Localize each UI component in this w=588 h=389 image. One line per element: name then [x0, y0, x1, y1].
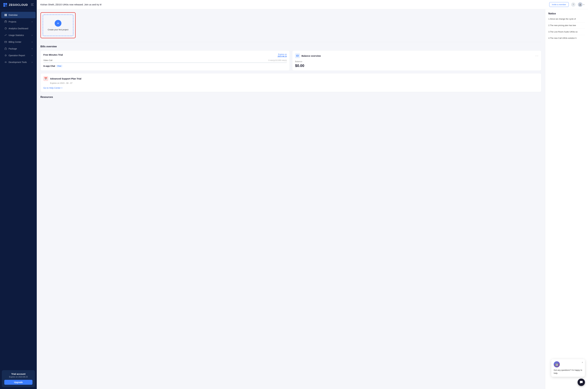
divider: [40, 42, 541, 42]
in-app-row: In-app Chat Free: [43, 65, 287, 67]
video-call-usage: 0 min(s)/10,000 min(s): [268, 59, 287, 62]
operation-icon: [4, 54, 7, 57]
user-chevron-icon: ▾: [583, 3, 584, 6]
trial-title: Trial account: [4, 373, 32, 375]
sidebar-item-projects-label: Projects: [9, 21, 30, 23]
help-icon[interactable]: ?: [571, 2, 575, 7]
svg-rect-7: [5, 14, 5, 15]
notice-item-2: 3.The Live Room Audio UIKits so: [548, 30, 585, 35]
sidebar-nav: Overview Projects ▾ Analytics Dashboard: [0, 10, 37, 368]
chat-avatar: 🤖: [554, 361, 560, 367]
trial-expires: Expires on 2023-08-23: [4, 376, 32, 378]
sidebar-item-billing-label: Billing Center: [9, 41, 30, 43]
svg-rect-14: [5, 41, 7, 43]
invite-member-button[interactable]: Invite a member: [549, 2, 569, 7]
content: + Create your first project Bills overvi…: [37, 9, 588, 389]
create-project-inner[interactable]: + Create your first project: [43, 15, 73, 36]
sidebar-item-projects[interactable]: Projects ▾: [1, 19, 35, 25]
video-call-label: Video Call: [43, 59, 52, 62]
notice-item-3: 4.The new Call UIKits solution h: [548, 37, 585, 41]
svg-point-18: [580, 4, 581, 5]
usage-chevron-icon: ▾: [32, 34, 32, 36]
svg-rect-4: [31, 3, 34, 4]
balance-header: Balance overview ···: [295, 53, 539, 58]
svg-rect-0: [3, 3, 5, 5]
sidebar-item-operation-label: Operation Report: [9, 54, 30, 57]
app-name: ZEGOCLOUD: [9, 3, 28, 7]
balance-card: Balance overview ··· Balance $0.00: [292, 50, 541, 71]
projects-icon: [4, 20, 7, 23]
svg-rect-3: [5, 5, 7, 7]
chat-bubble-button[interactable]: [578, 379, 585, 386]
devtools-chevron-icon: ▾: [32, 62, 32, 63]
main-area: Kishan Sheth, ZEGO UIKits now released. …: [37, 0, 588, 389]
hamburger-icon[interactable]: [31, 3, 34, 6]
usage-bar: [43, 62, 287, 63]
user-menu[interactable]: ▾: [578, 2, 584, 7]
avatar: [578, 2, 583, 7]
upgrade-button[interactable]: Upgrade: [4, 380, 32, 385]
sidebar-item-usage-label: Usage Statistics: [9, 34, 30, 36]
bills-title: Bills overview: [40, 45, 541, 48]
help-center-link[interactable]: Go to Help Center >: [43, 87, 539, 89]
chat-close-button[interactable]: ×: [582, 361, 583, 364]
balance-value: $0.00: [295, 64, 539, 68]
billing-chevron-icon: ▾: [32, 41, 32, 43]
analytics-icon: [4, 27, 7, 30]
sidebar-item-analytics[interactable]: Analytics Dashboard: [1, 25, 35, 32]
plus-icon: +: [55, 20, 62, 27]
free-badge: Free: [56, 65, 62, 67]
balance-title: Balance overview: [302, 55, 534, 57]
project-section: + Create your first project: [40, 12, 541, 38]
support-plan-card: 📅 Advanced Support Plan Trial Expires on…: [40, 73, 541, 92]
notice-items-container: 1.Since we change the cycle of2.The new …: [548, 17, 585, 41]
sidebar-item-devtools-label: Development Tools: [9, 61, 30, 64]
sidebar-item-analytics-label: Analytics Dashboard: [9, 27, 32, 30]
svg-rect-16: [5, 48, 7, 50]
svg-rect-5: [31, 4, 33, 5]
help-center-arrow-icon: >: [61, 87, 62, 89]
in-app-label: In-app Chat: [43, 65, 55, 67]
package-chevron-icon: ▾: [32, 48, 32, 50]
sidebar-item-devtools[interactable]: Development Tools ▾: [1, 59, 35, 65]
topbar-message: Kishan Sheth, ZEGO UIKits now released. …: [40, 3, 547, 6]
usage-icon: [4, 34, 7, 37]
balance-icon: [295, 53, 300, 58]
sidebar-item-package-label: Package: [9, 47, 30, 50]
balance-label: Balance: [295, 60, 539, 63]
create-project-card[interactable]: + Create your first project: [40, 12, 76, 38]
package-icon: [4, 47, 7, 50]
sidebar-item-usage[interactable]: Usage Statistics ▾: [1, 32, 35, 38]
expires-date: 2023.08.23: [278, 55, 287, 58]
sidebar-item-billing[interactable]: Billing Center ▾: [1, 39, 35, 45]
support-header: 📅 Advanced Support Plan Trial: [43, 76, 539, 81]
usage-row: Video Call 0 min(s)/10,000 min(s): [43, 59, 287, 62]
free-minutes-title: Free Minutes Trial: [43, 53, 63, 56]
svg-rect-6: [31, 5, 34, 6]
logo-icon: [3, 3, 7, 7]
bills-section: Bills overview Free Minutes Trial Expire…: [40, 45, 541, 92]
svg-rect-1: [5, 3, 7, 5]
devtools-icon: [4, 61, 7, 64]
sidebar-item-package[interactable]: Package ▾: [1, 45, 35, 52]
create-project-label: Create your first project: [48, 29, 68, 31]
support-expires: Expires on 2023 - 08 - 07: [50, 82, 539, 84]
help-center-label: Go to Help Center: [43, 87, 61, 89]
topbar: Kishan Sheth, ZEGO UIKits now released. …: [37, 0, 588, 9]
projects-chevron-icon: ▾: [32, 21, 32, 23]
resources-title: Resources: [40, 96, 541, 98]
svg-rect-21: [297, 56, 297, 56]
sidebar: ZEGOCLOUD Overview: [0, 0, 37, 389]
notice-panel: Notice 1.Since we change the cycle of2.T…: [545, 9, 588, 389]
svg-rect-19: [296, 55, 299, 57]
sidebar-item-operation[interactable]: Operation Report ▾: [1, 52, 35, 59]
sidebar-logo: ZEGOCLOUD: [0, 0, 37, 10]
balance-more-icon[interactable]: ···: [535, 54, 539, 57]
sidebar-item-overview-label: Overview: [9, 14, 32, 16]
overview-icon: [4, 14, 7, 16]
trial-card-header: Free Minutes Trial Expires on 2023.08.23: [43, 53, 287, 58]
chat-message: Got any questions? I'm happy to help.: [554, 369, 583, 375]
svg-rect-10: [6, 15, 7, 16]
sidebar-item-overview[interactable]: Overview: [1, 12, 35, 18]
notice-title: Notice: [548, 12, 585, 15]
